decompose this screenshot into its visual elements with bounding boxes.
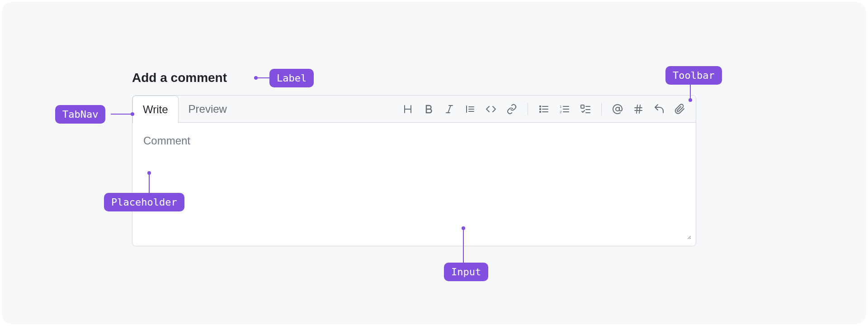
svg-text:2: 2 [560,110,562,114]
annotation-input: Input [444,263,488,281]
tab-nav: Write Preview [132,96,696,123]
annotation-connector [149,173,150,193]
editor-box: Write Preview [132,95,696,246]
tab-preview[interactable]: Preview [178,96,237,123]
annotation-connector [256,77,269,78]
annotation-tabnav: TabNav [55,105,105,124]
markdown-editor: Add a comment Write Preview [132,71,696,246]
toolbar-separator [528,103,528,115]
numbered-list-icon[interactable]: 12 [555,100,574,119]
heading-icon[interactable] [398,100,417,119]
code-icon[interactable] [481,100,500,119]
tab-write[interactable]: Write [132,96,179,123]
annotation-connector [111,114,132,115]
input-area [132,123,696,246]
editor-label: Add a comment [132,71,696,85]
task-list-icon[interactable] [576,100,595,119]
bulleted-list-icon[interactable] [534,100,553,119]
svg-point-6 [616,107,619,111]
annotation-toolbar: Toolbar [665,66,722,85]
svg-point-1 [540,108,541,109]
annotation-connector [463,228,464,263]
svg-text:1: 1 [560,105,562,109]
canvas: Add a comment Write Preview [2,2,866,324]
reference-icon[interactable] [629,100,648,119]
link-icon[interactable] [502,100,521,119]
italic-icon[interactable] [440,100,459,119]
reply-icon[interactable] [650,100,669,119]
svg-rect-5 [581,105,584,108]
comment-input[interactable] [137,127,691,240]
annotation-connector [690,83,691,101]
annotation-label: Label [269,69,314,87]
attach-icon[interactable] [670,100,689,119]
mention-icon[interactable] [608,100,627,119]
svg-point-0 [540,105,541,106]
quote-icon[interactable] [461,100,480,119]
bold-icon[interactable] [419,100,438,119]
formatting-toolbar: 12 [398,100,689,119]
svg-point-2 [540,111,541,112]
annotation-placeholder: Placeholder [104,193,184,211]
toolbar-separator [601,103,602,115]
